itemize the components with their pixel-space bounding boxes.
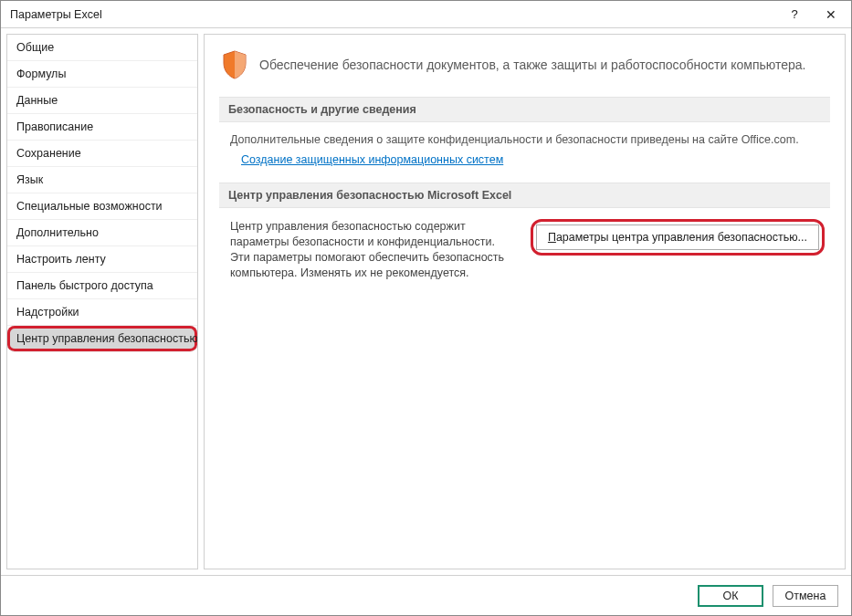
excel-options-dialog: Параметры Excel ? ✕ Общие Формулы Данные… <box>0 0 852 616</box>
intro-text: Обеспечение безопасности документов, а т… <box>259 57 805 72</box>
help-button[interactable]: ? <box>776 2 813 27</box>
ok-button[interactable]: ОК <box>698 585 763 607</box>
sidebar-item-formulas[interactable]: Формулы <box>7 61 197 88</box>
sidebar-item-proofing[interactable]: Правописание <box>7 114 197 141</box>
cancel-button[interactable]: Отмена <box>773 585 838 607</box>
dialog-body: Общие Формулы Данные Правописание Сохран… <box>1 28 851 575</box>
sidebar: Общие Формулы Данные Правописание Сохран… <box>6 34 198 569</box>
section-header-trust-center: Центр управления безопасностью Microsoft… <box>219 183 830 208</box>
sidebar-item-quick-access[interactable]: Панель быстрого доступа <box>7 273 197 299</box>
close-button[interactable]: ✕ <box>813 2 849 27</box>
sidebar-item-language[interactable]: Язык <box>7 167 197 193</box>
trusted-systems-link[interactable]: Создание защищенных информационных систе… <box>230 153 503 166</box>
sidebar-item-data[interactable]: Данные <box>7 88 197 114</box>
section-body-security-info: Дополнительные сведения о защите конфиде… <box>219 131 830 183</box>
trust-center-desc: Центр управления безопасностью содержит … <box>230 219 514 281</box>
sidebar-item-accessibility[interactable]: Специальные возможности <box>7 193 197 220</box>
titlebar: Параметры Excel ? ✕ <box>1 1 851 28</box>
trust-center-settings-button[interactable]: Параметры центра управления безопасность… <box>536 224 819 250</box>
sidebar-item-trust-center[interactable]: Центр управления безопасностью <box>7 326 197 352</box>
trust-center-button-highlight: Параметры центра управления безопасность… <box>531 219 825 256</box>
trust-center-row: Центр управления безопасностью содержит … <box>230 219 825 281</box>
trust-center-button-accel: П <box>548 231 556 244</box>
intro-row: Обеспечение безопасности документов, а т… <box>219 49 830 80</box>
sidebar-item-general[interactable]: Общие <box>7 35 197 61</box>
content-pane: Обеспечение безопасности документов, а т… <box>204 34 846 569</box>
sidebar-item-customize-ribbon[interactable]: Настроить ленту <box>7 246 197 273</box>
dialog-footer: ОК Отмена <box>1 575 851 615</box>
sidebar-item-advanced[interactable]: Дополнительно <box>7 220 197 246</box>
sidebar-item-save[interactable]: Сохранение <box>7 141 197 167</box>
dialog-title: Параметры Excel <box>10 8 776 21</box>
shield-icon <box>221 49 248 80</box>
section-header-security-info: Безопасность и другие сведения <box>219 97 830 122</box>
sidebar-item-addins[interactable]: Надстройки <box>7 299 197 326</box>
security-info-desc: Дополнительные сведения о защите конфиде… <box>230 133 825 146</box>
trust-center-button-label: араметры центра управления безопасностью… <box>556 231 807 244</box>
section-body-trust-center: Центр управления безопасностью содержит … <box>219 217 830 298</box>
